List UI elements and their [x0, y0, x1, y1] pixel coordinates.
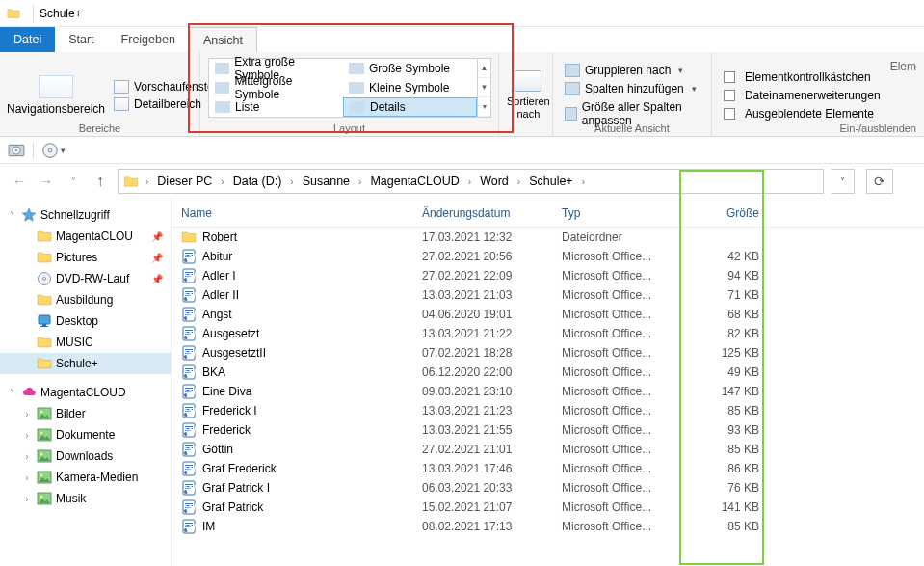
- crumb-word[interactable]: Word: [475, 175, 514, 188]
- layout-gallery[interactable]: Extra große Symbole Große Symbole Mittel…: [208, 58, 478, 118]
- col-name[interactable]: Name: [181, 206, 422, 220]
- file-row[interactable]: AusgesetztII07.02.2021 18:28Microsoft Of…: [172, 343, 924, 363]
- tree-item[interactable]: MUSIC: [0, 332, 171, 353]
- refresh-button[interactable]: ⟳: [866, 169, 893, 194]
- layout-large[interactable]: Große Symbole: [343, 59, 477, 78]
- file-row[interactable]: Eine Diva09.03.2021 23:10Microsoft Offic…: [172, 382, 924, 401]
- tab-ansicht[interactable]: Ansicht: [189, 27, 257, 52]
- element-checkbox-toggle[interactable]: Elementkontrollkästchen: [720, 69, 884, 85]
- expand-icon[interactable]: ›: [21, 494, 33, 504]
- crumb-schule[interactable]: Schule+: [524, 175, 578, 188]
- file-row[interactable]: Graf Patrick15.02.2021 21:07Microsoft Of…: [172, 498, 924, 517]
- expand-icon[interactable]: ˅: [6, 388, 17, 398]
- large-icon: [349, 63, 364, 74]
- expand-icon[interactable]: ›: [21, 472, 33, 483]
- crumb-data-d[interactable]: Data (D:): [228, 175, 287, 188]
- layout-small[interactable]: Kleine Symbole: [343, 78, 477, 97]
- column-headers[interactable]: Name Änderungsdatum Typ Größe: [172, 199, 924, 228]
- doc-icon: [181, 249, 197, 264]
- col-type[interactable]: Typ: [562, 206, 692, 220]
- disc-icon[interactable]: [41, 142, 59, 159]
- layout-details[interactable]: Details: [343, 97, 477, 117]
- tree-item[interactable]: ›Kamera-Medien: [0, 467, 171, 488]
- sortieren-nach-button[interactable]: Sortieren nach: [507, 56, 550, 134]
- file-row[interactable]: Graf Patrick I06.03.2021 20:33Microsoft …: [172, 478, 924, 498]
- pin-icon: 📌: [151, 231, 163, 242]
- pin-icon: 📌: [151, 253, 163, 263]
- file-row[interactable]: Frederick13.03.2021 21:55Microsoft Offic…: [172, 420, 924, 440]
- layout-list[interactable]: Liste: [209, 97, 343, 117]
- ribbon-group-layout: Extra große Symbole Große Symbole Mittel…: [200, 52, 499, 136]
- tab-datei[interactable]: Datei: [0, 27, 55, 52]
- tree-item[interactable]: Schule+: [0, 353, 171, 374]
- history-dropdown[interactable]: ˅: [64, 176, 83, 187]
- address-dropdown[interactable]: ˅: [832, 169, 855, 194]
- tree-item[interactable]: DVD-RW-Lauf📌: [0, 268, 171, 289]
- tree-magentacloud[interactable]: ˅ MagentaCLOUD: [0, 382, 171, 403]
- back-button[interactable]: ←: [10, 174, 29, 189]
- expand-icon[interactable]: ›: [21, 430, 33, 441]
- medium-icon: [215, 82, 229, 94]
- tree-item[interactable]: ›Musik: [0, 488, 171, 509]
- file-row[interactable]: Göttin27.02.2021 21:01Microsoft Office..…: [172, 440, 924, 459]
- expand-icon[interactable]: ›: [21, 451, 33, 462]
- folder-icon: [37, 335, 52, 350]
- folder-icon: [37, 491, 52, 506]
- file-row[interactable]: Robert17.03.2021 12:32Dateiordner: [172, 228, 924, 247]
- file-row[interactable]: Adler II13.03.2021 21:03Microsoft Office…: [172, 285, 924, 305]
- dateinamenerweiterungen-toggle[interactable]: Dateinamenerweiterungen: [720, 88, 884, 103]
- expand-icon[interactable]: ˅: [6, 210, 17, 221]
- file-row[interactable]: Angst04.06.2020 19:01Microsoft Office...…: [172, 305, 924, 324]
- col-size[interactable]: Größe: [692, 206, 759, 220]
- chevron-down-icon[interactable]: ▾: [61, 146, 66, 155]
- file-list[interactable]: Name Änderungsdatum Typ Größe Robert17.0…: [172, 199, 924, 566]
- file-row[interactable]: Frederick I13.03.2021 21:23Microsoft Off…: [172, 401, 924, 420]
- crumb-magentacloud[interactable]: MagentaCLOUD: [365, 175, 463, 188]
- tab-start[interactable]: Start: [55, 27, 107, 52]
- up-button[interactable]: ↑: [91, 173, 110, 190]
- quick-access-bar: ▾: [0, 137, 924, 164]
- checkbox-icon: [724, 71, 735, 83]
- chevron-down-icon: ▾: [692, 84, 697, 94]
- spalten-hinzufuegen-button[interactable]: Spalten hinzufügen▾: [561, 81, 703, 96]
- tree-item[interactable]: MagentaCLOU📌: [0, 226, 171, 247]
- folder-icon: [37, 470, 52, 485]
- file-row[interactable]: BKA06.12.2020 22:00Microsoft Office...49…: [172, 363, 924, 382]
- expand-icon[interactable]: ›: [21, 409, 33, 419]
- tree-item[interactable]: Pictures📌: [0, 247, 171, 268]
- breadcrumb[interactable]: › Dieser PC› Data (D:)› Susanne› Magenta…: [118, 169, 824, 194]
- list-icon: [215, 101, 230, 113]
- tab-freigeben[interactable]: Freigeben: [108, 27, 189, 52]
- crumb-dieser-pc[interactable]: Dieser PC: [152, 175, 217, 188]
- drive-icon[interactable]: [8, 142, 25, 159]
- layout-gallery-scroll[interactable]: ▲▼▾: [478, 58, 491, 118]
- doc-icon: [181, 499, 197, 515]
- disc-icon: [37, 271, 52, 286]
- tree-item[interactable]: ›Dokumente: [0, 424, 171, 445]
- col-date[interactable]: Änderungsdatum: [422, 206, 562, 220]
- ausgeblendete-toggle[interactable]: Ausgeblendete Elemente: [720, 106, 884, 121]
- folder-icon: [37, 229, 52, 244]
- doc-icon: [181, 442, 197, 457]
- file-row[interactable]: IM08.02.2021 17:13Microsoft Office...85 …: [172, 517, 924, 536]
- tree-item[interactable]: Desktop: [0, 310, 171, 332]
- tree-schnellzugriff[interactable]: ˅ Schnellzugriff: [0, 204, 171, 226]
- tree-item[interactable]: ›Bilder: [0, 403, 171, 424]
- folder-icon: [37, 427, 52, 443]
- layout-medium[interactable]: Mittelgroße Symbole: [209, 78, 343, 97]
- checkbox-icon: [724, 90, 735, 101]
- chevron-down-icon: ▾: [678, 66, 683, 75]
- doc-icon: [181, 326, 197, 341]
- folder-icon: [6, 7, 21, 20]
- tree-item[interactable]: ›Downloads: [0, 445, 171, 467]
- tree-item[interactable]: Ausbildung: [0, 289, 171, 310]
- forward-button[interactable]: →: [37, 174, 56, 189]
- crumb-susanne[interactable]: Susanne: [298, 175, 355, 188]
- file-row[interactable]: Abitur27.02.2021 20:56Microsoft Office..…: [172, 247, 924, 266]
- doc-icon: [181, 384, 197, 399]
- gruppieren-nach-button[interactable]: Gruppieren nach▾: [561, 63, 703, 78]
- file-row[interactable]: Ausgesetzt13.03.2021 21:22Microsoft Offi…: [172, 324, 924, 343]
- file-row[interactable]: Graf Frederick13.03.2021 17:46Microsoft …: [172, 459, 924, 478]
- nav-tree[interactable]: ˅ Schnellzugriff MagentaCLOU📌Pictures📌DV…: [0, 199, 172, 566]
- file-row[interactable]: Adler I27.02.2021 22:09Microsoft Office.…: [172, 266, 924, 285]
